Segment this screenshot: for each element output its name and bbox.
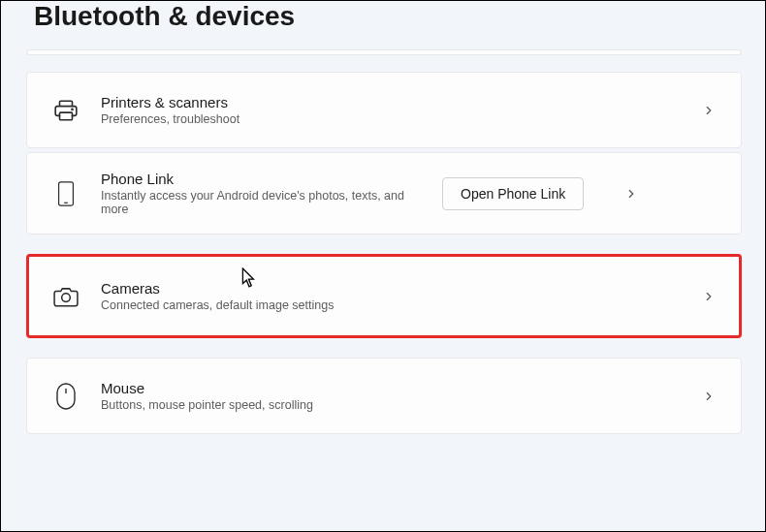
mouse-icon — [52, 383, 80, 410]
card-title: Phone Link — [101, 171, 421, 187]
svg-point-2 — [72, 109, 73, 110]
camera-icon — [52, 283, 80, 310]
chevron-right-icon — [702, 104, 716, 117]
card-title: Cameras — [101, 280, 681, 297]
settings-list: Printers & scanners Preferences, trouble… — [1, 49, 765, 436]
card-printers-scanners[interactable]: Printers & scanners Preferences, trouble… — [26, 72, 742, 148]
open-phone-link-button[interactable]: Open Phone Link — [442, 177, 584, 210]
chevron-right-icon — [702, 390, 716, 403]
page-title: Bluetooth & devices — [34, 1, 765, 32]
svg-point-5 — [62, 293, 71, 301]
card-subtitle: Preferences, troubleshoot — [101, 112, 681, 126]
card-mouse[interactable]: Mouse Buttons, mouse pointer speed, scro… — [26, 358, 742, 434]
card-content: Cameras Connected cameras, default image… — [101, 280, 681, 312]
card-cameras[interactable]: Cameras Connected cameras, default image… — [26, 254, 742, 338]
svg-rect-0 — [60, 101, 73, 106]
card-subtitle: Buttons, mouse pointer speed, scrolling — [101, 398, 681, 412]
partial-card-top — [26, 49, 742, 55]
chevron-right-icon — [702, 290, 716, 303]
svg-rect-6 — [57, 384, 75, 409]
svg-rect-3 — [59, 181, 74, 204]
card-title: Printers & scanners — [101, 94, 681, 110]
card-content: Mouse Buttons, mouse pointer speed, scro… — [101, 380, 681, 412]
card-subtitle: Connected cameras, default image setting… — [101, 298, 681, 312]
card-content: Phone Link Instantly access your Android… — [101, 171, 421, 216]
card-content: Printers & scanners Preferences, trouble… — [101, 94, 681, 126]
card-phone-link[interactable]: Phone Link Instantly access your Android… — [26, 152, 742, 235]
phone-icon — [52, 180, 80, 207]
svg-rect-1 — [60, 112, 73, 120]
printer-icon — [52, 97, 80, 124]
card-subtitle: Instantly access your Android device's p… — [101, 189, 421, 216]
card-title: Mouse — [101, 380, 681, 396]
chevron-right-icon — [624, 187, 638, 201]
